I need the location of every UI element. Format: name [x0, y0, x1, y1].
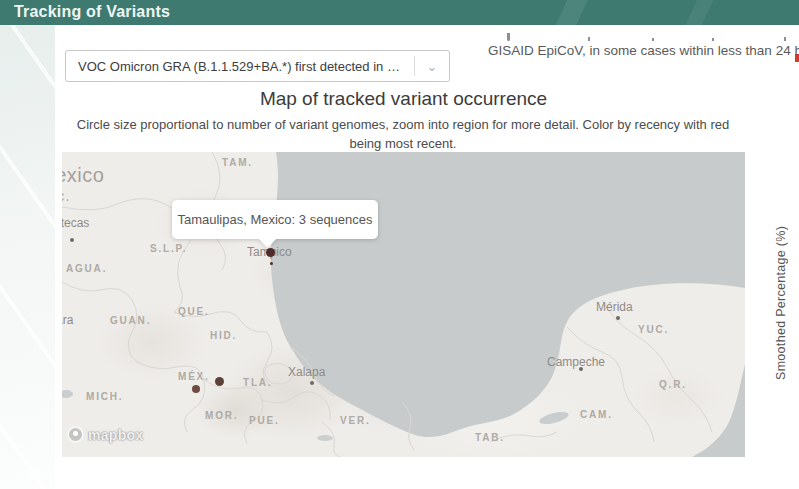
map-label-yuc: YUC.: [638, 324, 669, 335]
map-label-mexico: Mexico: [62, 164, 104, 187]
map-label-pue: PUE.: [249, 415, 280, 426]
variant-data-point[interactable]: [215, 377, 224, 386]
clipped-red-element: [795, 54, 799, 62]
sea-caribbean: [692, 364, 745, 457]
map-label-guan: GUAN.: [110, 315, 151, 326]
clipped-text-fragment: [588, 37, 590, 41]
map-label-tab: TAB.: [475, 432, 505, 443]
map-label-cam: CAM.: [580, 409, 613, 420]
page-title: Tracking of Variants: [0, 0, 799, 21]
map-label-tam: TAM.: [222, 157, 253, 168]
map-tooltip: Tamaulipas, Mexico: 3 sequences: [172, 200, 378, 239]
smoothed-percentage-axis-label: Smoothed Percentage (%): [768, 150, 794, 455]
variant-select[interactable]: VOC Omicron GRA (B.1.1.529+BA.*) first d…: [65, 50, 450, 82]
city-dot: [579, 367, 583, 371]
city-dot: [616, 316, 620, 320]
clipped-text-fragment: [784, 37, 786, 41]
variant-data-point[interactable]: [192, 385, 200, 393]
map-label-slp: S.L.P.: [150, 243, 187, 254]
city-dot: [70, 238, 74, 242]
background-strip: [0, 25, 55, 489]
chevron-down-icon[interactable]: ⌄: [415, 59, 449, 74]
mapbox-wordmark: mapbox: [88, 427, 143, 443]
variant-data-point[interactable]: [266, 248, 275, 257]
map-label-tla: TLA.: [243, 377, 272, 388]
info-text-block: GISAID EpiCoV, in some cases within less…: [488, 30, 799, 58]
variant-data-point[interactable]: [270, 262, 273, 265]
map-label-hid: HID.: [210, 330, 237, 341]
mapbox-attribution[interactable]: mapbox: [67, 426, 143, 443]
map-subtitle: Circle size proportional to number of va…: [73, 116, 733, 154]
clipped-text-fragment: [507, 33, 510, 41]
map-label-zac: ZAC.: [62, 192, 71, 203]
map-label-xalapa: Xalapa: [288, 365, 325, 379]
sea-gulf-of-mexico: [271, 152, 745, 437]
mapbox-icon: [67, 426, 84, 443]
lagoon: [62, 390, 73, 398]
clipped-text-line: [488, 30, 799, 42]
variant-map[interactable]: MexicoZAC.ZacatecasTAM.S.L.P.AGUA.Guadal…: [62, 152, 745, 457]
city-dot: [310, 381, 314, 385]
page-header: Tracking of Variants: [0, 0, 799, 25]
map-coastline-layer: [62, 152, 745, 457]
map-tooltip-text: Tamaulipas, Mexico: 3 sequences: [177, 212, 372, 227]
map-label-ver: VER.: [340, 415, 371, 426]
map-title: Map of tracked variant occurrence: [62, 88, 745, 110]
map-label-qr: Q.R.: [659, 379, 687, 390]
map-label-mor: MOR.: [205, 410, 238, 421]
map-label-mx: MÉX.: [178, 371, 210, 382]
lagoon: [317, 435, 333, 441]
map-label-mich: MICH.: [86, 391, 123, 402]
map-label-guadalajara: Guadalajara: [62, 313, 73, 327]
map-label-zacatecas: Zacatecas: [62, 216, 89, 230]
info-text: GISAID EpiCoV, in some cases within less…: [488, 43, 799, 58]
map-label-agua: AGUA.: [66, 263, 107, 274]
map-label-mrida: Mérida: [596, 300, 633, 314]
variant-select-value: VOC Omicron GRA (B.1.1.529+BA.*) first d…: [66, 59, 414, 74]
lagoon: [538, 410, 570, 427]
clipped-text-fragment: [712, 38, 714, 41]
map-label-campeche: Campeche: [547, 355, 605, 369]
clipped-text-fragment: [652, 38, 654, 41]
tracking-of-variants-page: Tracking of Variants VOC Omicron GRA (B.…: [0, 0, 799, 489]
map-label-que: QUE.: [178, 306, 210, 317]
